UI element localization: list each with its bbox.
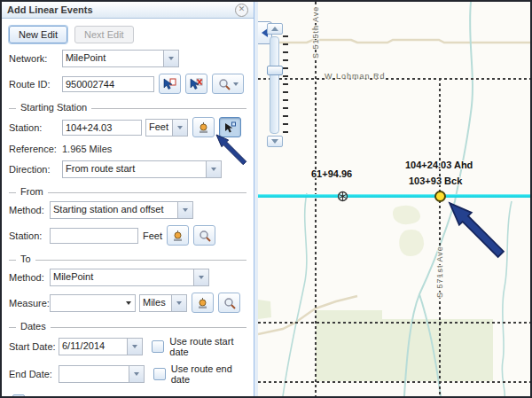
road-s515th-ave <box>315 2 317 396</box>
start-date-picker[interactable]: 6/11/2014 <box>59 338 143 355</box>
station-tool-icon <box>197 121 210 134</box>
to-method-row: Method: MilePoint <box>9 269 246 286</box>
chevron-down-icon[interactable] <box>127 339 142 355</box>
starting-station-row: Station: 104+24.03 Feet <box>9 117 246 137</box>
zoom-to-route-menu-button[interactable] <box>212 74 244 94</box>
starting-station-fieldset: Starting Station <box>9 108 246 109</box>
station-label-mid: 61+94.96 <box>311 168 352 179</box>
clear-route-selection-icon <box>190 78 203 90</box>
reference-station-marker <box>336 190 349 203</box>
road-horizontal-2 <box>258 322 530 324</box>
zoom-slider-ticks <box>283 35 288 135</box>
add-linear-events-panel: Add Linear Events ✕ New Edit Next Edit N… <box>2 2 254 396</box>
road-w-lohman <box>258 78 530 80</box>
station-tool-icon <box>196 297 209 309</box>
retire-overlaps-checkbox[interactable] <box>12 394 25 398</box>
map-zoom-slider <box>265 23 283 147</box>
chevron-down-icon[interactable] <box>193 269 208 285</box>
annotation-arrow <box>443 196 507 261</box>
to-measure-row: Measure: Miles <box>9 293 246 313</box>
next-edit-button: Next Edit <box>74 26 134 43</box>
reference-label: Reference: <box>9 144 62 154</box>
road-s571st-ave <box>439 78 441 396</box>
from-station-input[interactable] <box>50 228 138 244</box>
end-date-row: End Date: Use route end date <box>9 363 246 385</box>
station-input[interactable]: 104+24.03 <box>62 120 142 136</box>
network-value: MilePoint <box>63 51 163 66</box>
zoom-slider-track[interactable] <box>270 36 279 134</box>
zoom-out-button[interactable] <box>267 136 283 147</box>
to-method-value: MilePoint <box>51 269 193 285</box>
select-route-icon <box>163 78 176 90</box>
to-legend: To <box>16 254 35 264</box>
from-station-locate-button[interactable] <box>167 225 189 246</box>
chevron-down-icon[interactable] <box>171 295 186 311</box>
to-measure-label: Measure: <box>9 298 50 308</box>
dates-fieldset: Dates <box>9 327 246 328</box>
start-date-row: Start Date: 6/11/2014 Use route start da… <box>9 336 246 357</box>
to-measure-combo[interactable] <box>50 294 136 312</box>
from-method-label: Method: <box>9 205 50 215</box>
chevron-down-icon[interactable] <box>129 366 144 382</box>
from-legend: From <box>16 186 48 197</box>
to-method-label: Method: <box>9 272 50 283</box>
station-label-ahead: 104+24.03 Ahd <box>405 160 473 170</box>
chevron-down-icon[interactable] <box>177 202 192 218</box>
map-canvas[interactable]: W Lohman Rd S 515th Ave S 571st Ave 61+9… <box>258 2 530 396</box>
start-date-label: Start Date: <box>9 341 59 352</box>
magnifier-icon <box>218 78 231 90</box>
to-fieldset: To <box>9 260 246 261</box>
from-station-row: Station: Feet <box>9 225 246 246</box>
retire-overlaps-row: Retire overlaps <box>12 394 245 398</box>
chevron-down-icon[interactable] <box>126 295 136 311</box>
end-date-picker[interactable] <box>59 365 145 383</box>
app-window: Add Linear Events ✕ New Edit Next Edit N… <box>0 0 532 398</box>
road-label-s515th: S 515th Ave <box>311 6 320 59</box>
end-date-value <box>59 366 129 382</box>
edit-buttons-row: New Edit Next Edit <box>9 26 246 43</box>
from-method-row: Method: Starting station and offset <box>9 201 246 219</box>
route-id-input[interactable]: 950002744 <box>62 76 154 92</box>
chevron-up-icon <box>271 27 278 31</box>
station-tool-icon <box>171 230 184 242</box>
station-units-value: Feet <box>146 120 172 136</box>
dates-legend: Dates <box>16 321 51 332</box>
direction-select[interactable]: From route start <box>62 160 222 178</box>
close-icon[interactable]: ✕ <box>235 4 248 17</box>
select-route-button[interactable] <box>159 74 181 94</box>
to-zoom-button[interactable] <box>218 293 240 313</box>
annotation-arrow <box>213 130 248 168</box>
use-route-start-date-checkbox[interactable] <box>152 340 164 353</box>
network-row: Network: MilePoint <box>9 50 246 67</box>
chevron-down-icon[interactable] <box>172 120 187 136</box>
to-measure-locate-button[interactable] <box>192 293 214 313</box>
station-label: Station: <box>9 122 62 133</box>
end-date-label: End Date: <box>9 369 59 379</box>
from-zoom-button[interactable] <box>193 225 215 246</box>
clear-route-selection-button[interactable] <box>185 74 207 94</box>
zoom-in-button[interactable] <box>267 23 283 35</box>
network-select[interactable]: MilePoint <box>62 50 179 67</box>
from-station-label: Station: <box>9 230 50 241</box>
use-route-start-date-label: Use route start date <box>169 336 246 357</box>
station-locate-button[interactable] <box>192 117 215 137</box>
from-method-select[interactable]: Starting station and offset <box>50 201 193 219</box>
from-units-label: Feet <box>143 230 162 241</box>
to-measure-value <box>51 295 126 311</box>
chevron-down-icon[interactable] <box>163 51 178 66</box>
zoom-slider-handle[interactable] <box>267 66 283 75</box>
station-units-select[interactable]: Feet <box>145 119 188 137</box>
from-fieldset: From <box>9 192 246 193</box>
magnifier-icon <box>199 230 211 242</box>
route-id-label: Route ID: <box>9 79 62 90</box>
new-edit-button[interactable]: New Edit <box>9 26 67 43</box>
to-method-select[interactable]: MilePoint <box>50 269 209 286</box>
chevron-down-icon <box>271 139 278 144</box>
to-units-select[interactable]: Miles <box>139 294 187 312</box>
use-route-end-date-checkbox[interactable] <box>153 368 166 380</box>
to-units-value: Miles <box>140 295 171 311</box>
chevron-down-icon <box>233 82 239 86</box>
reference-value: 1.965 Miles <box>62 144 112 154</box>
station-label-back: 103+93 Bck <box>409 176 462 186</box>
magnifier-icon <box>223 297 236 309</box>
